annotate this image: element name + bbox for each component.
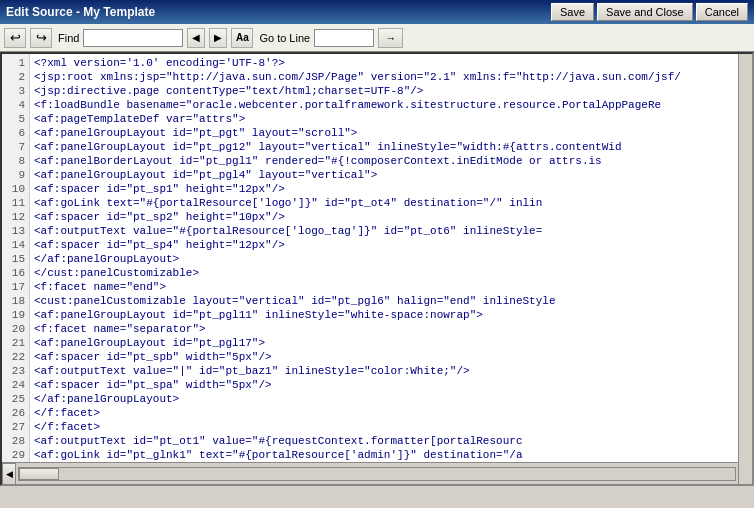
code-line: <af:spacer id="pt_sp4" height="12px"/> (34, 238, 748, 252)
line-number: 9 (6, 168, 25, 182)
window-title: Edit Source - My Template (6, 5, 155, 19)
line-number: 19 (6, 308, 25, 322)
code-line: <af:outputText value="#{portalResource['… (34, 224, 748, 238)
horizontal-scrollbar[interactable] (18, 467, 736, 481)
code-line: <af:panelBorderLayout id="pt_pgl1" rende… (34, 154, 748, 168)
goto-input[interactable] (314, 29, 374, 47)
line-number: 8 (6, 154, 25, 168)
line-number: 12 (6, 210, 25, 224)
line-number: 3 (6, 84, 25, 98)
line-number: 26 (6, 406, 25, 420)
editor-container: 1234567891011121314151617181920212223242… (0, 52, 754, 486)
code-line: <af:panelGroupLayout id="pt_pgl4" layout… (34, 168, 748, 182)
save-button[interactable]: Save (551, 3, 594, 21)
save-and-close-button[interactable]: Save and Close (597, 3, 693, 21)
code-content[interactable]: <?xml version='1.0' encoding='UTF-8'?><j… (30, 54, 752, 462)
toolbar: ↩ ↪ Find ◀ ▶ Aa Go to Line → (0, 24, 754, 52)
goto-button[interactable]: → (378, 28, 403, 48)
cancel-button[interactable]: Cancel (696, 3, 748, 21)
line-number: 21 (6, 336, 25, 350)
line-number: 13 (6, 224, 25, 238)
line-number: 20 (6, 322, 25, 336)
line-number: 29 (6, 448, 25, 462)
code-line: <af:spacer id="pt_spb" width="5px"/> (34, 350, 748, 364)
next-match-button[interactable]: ▶ (209, 28, 227, 48)
title-bar-buttons: Save Save and Close Cancel (551, 3, 748, 21)
undo-button[interactable]: ↩ (4, 28, 26, 48)
horizontal-scrollbar-container: ◀ ▶ (2, 462, 752, 484)
prev-icon: ◀ (192, 32, 200, 43)
code-line: <af:panelGroupLayout id="pt_pgl11" inlin… (34, 308, 748, 322)
code-line: <jsp:directive.page contentType="text/ht… (34, 84, 748, 98)
code-line: <af:panelGroupLayout id="pt_pgt" layout=… (34, 126, 748, 140)
line-number: 5 (6, 112, 25, 126)
line-number: 2 (6, 70, 25, 84)
code-line: <af:spacer id="pt_sp2" height="10px"/> (34, 210, 748, 224)
line-number: 23 (6, 364, 25, 378)
line-number: 24 (6, 378, 25, 392)
code-line: <f:loadBundle basename="oracle.webcenter… (34, 98, 748, 112)
code-line: </cust:panelCustomizable> (34, 266, 748, 280)
line-number: 18 (6, 294, 25, 308)
code-line: </f:facet> (34, 420, 748, 434)
redo-icon: ↪ (36, 30, 47, 45)
prev-match-button[interactable]: ◀ (187, 28, 205, 48)
code-line: <cust:panelCustomizable layout="vertical… (34, 294, 748, 308)
line-number: 16 (6, 266, 25, 280)
line-number: 14 (6, 238, 25, 252)
goto-arrow-icon: → (385, 32, 396, 44)
line-number: 10 (6, 182, 25, 196)
line-number: 15 (6, 252, 25, 266)
code-line: <af:pageTemplateDef var="attrs"> (34, 112, 748, 126)
code-line: <af:goLink text="#{portalResource['logo'… (34, 196, 748, 210)
code-line: </af:panelGroupLayout> (34, 252, 748, 266)
code-line: <af:outputText id="pt_ot1" value="#{requ… (34, 434, 748, 448)
line-number: 1 (6, 56, 25, 70)
code-line: </af:panelGroupLayout> (34, 392, 748, 406)
code-area[interactable]: 1234567891011121314151617181920212223242… (2, 54, 752, 462)
code-line: <af:spacer id="pt_sp1" height="12px"/> (34, 182, 748, 196)
line-number: 6 (6, 126, 25, 140)
line-number: 11 (6, 196, 25, 210)
code-line: <f:facet name="separator"> (34, 322, 748, 336)
line-number: 25 (6, 392, 25, 406)
goto-label: Go to Line (259, 32, 310, 44)
line-numbers: 1234567891011121314151617181920212223242… (2, 54, 30, 462)
title-bar: Edit Source - My Template Save Save and … (0, 0, 754, 24)
scroll-left-button[interactable]: ◀ (2, 463, 16, 485)
line-number: 7 (6, 140, 25, 154)
find-input[interactable] (83, 29, 183, 47)
code-line: <?xml version='1.0' encoding='UTF-8'?> (34, 56, 748, 70)
line-number: 4 (6, 98, 25, 112)
code-line: <af:outputText value="|" id="pt_baz1" in… (34, 364, 748, 378)
redo-button[interactable]: ↪ (30, 28, 52, 48)
undo-icon: ↩ (10, 30, 21, 45)
line-number: 28 (6, 434, 25, 448)
scrollbar-thumb[interactable] (19, 468, 59, 480)
next-icon: ▶ (214, 32, 222, 43)
code-line: </f:facet> (34, 406, 748, 420)
vertical-scrollbar[interactable] (738, 54, 752, 462)
line-number: 17 (6, 280, 25, 294)
match-case-button[interactable]: Aa (231, 28, 253, 48)
code-line: <af:panelGroupLayout id="pt_pg12" layout… (34, 140, 748, 154)
code-line: <jsp:root xmlns:jsp="http://java.sun.com… (34, 70, 748, 84)
line-number: 22 (6, 350, 25, 364)
code-line: <af:spacer id="pt_spa" width="5px"/> (34, 378, 748, 392)
code-line: <af:panelGroupLayout id="pt_pgl17"> (34, 336, 748, 350)
code-line: <af:goLink id="pt_glnk1" text="#{portalR… (34, 448, 748, 462)
find-label: Find (58, 32, 79, 44)
code-line: <f:facet name="end"> (34, 280, 748, 294)
line-number: 27 (6, 420, 25, 434)
